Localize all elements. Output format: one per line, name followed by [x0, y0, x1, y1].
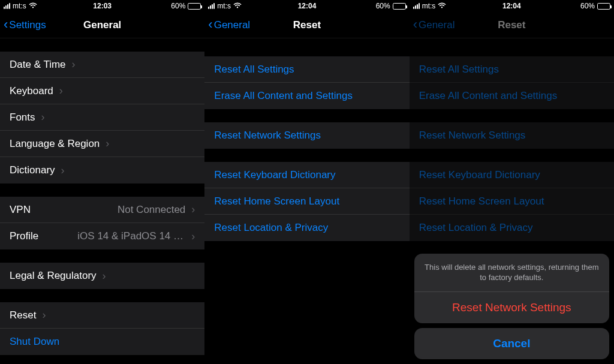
row-label: Fonts — [10, 112, 35, 124]
sheet-destructive-button[interactable]: Reset Network Settings — [414, 292, 609, 323]
row-label: Erase All Content and Settings — [419, 90, 558, 102]
row-label: VPN — [10, 204, 31, 216]
battery-icon — [597, 3, 610, 10]
row-value: Not Connected — [112, 204, 185, 216]
status-bar: mt:s 12:04 60% — [204, 0, 409, 12]
navbar: ‹ Settings General — [0, 12, 204, 38]
list-row[interactable]: Dictionary› — [0, 157, 204, 183]
battery-icon — [188, 3, 201, 10]
list-row[interactable]: Fonts› — [0, 104, 204, 131]
list-row[interactable]: Legal & Regulatory› — [0, 263, 204, 289]
list-row: Reset Home Screen Layout — [410, 188, 614, 215]
row-label: Legal & Regulatory — [10, 270, 97, 282]
carrier-label: mt:s — [217, 2, 231, 10]
chevron-right-icon: › — [106, 137, 109, 150]
row-label: Dictionary — [10, 164, 55, 176]
content-scroll[interactable]: Reset All SettingsErase All Content and … — [204, 38, 409, 364]
chevron-right-icon: › — [191, 230, 195, 243]
status-bar: mt:s 12:04 60% — [410, 0, 614, 12]
sheet-cancel-button[interactable]: Cancel — [414, 328, 609, 359]
row-label: Language & Region — [10, 138, 100, 150]
row-label: Reset Network Settings — [214, 130, 321, 142]
chevron-right-icon: › — [61, 164, 65, 177]
wifi-icon — [29, 2, 37, 10]
list-row[interactable]: Keyboard› — [0, 78, 204, 104]
row-label: Reset Location & Privacy — [419, 222, 533, 234]
navbar: ‹ General Reset — [410, 12, 614, 38]
screen-general: mt:s 12:03 60% ‹ Settings General Date &… — [0, 0, 204, 364]
settings-group: Reset Network Settings — [204, 122, 409, 149]
back-label: General — [419, 19, 455, 31]
content-scroll[interactable]: Date & Time›Keyboard›Fonts›Language & Re… — [0, 38, 204, 364]
battery-pct: 60% — [580, 2, 595, 10]
battery-pct: 60% — [171, 2, 185, 10]
row-label: Reset Keyboard Dictionary — [419, 169, 540, 181]
list-row[interactable]: Reset Home Screen Layout — [204, 188, 409, 215]
back-button[interactable]: ‹ General — [208, 19, 250, 32]
row-label: Date & Time — [10, 59, 66, 71]
row-label: Reset Home Screen Layout — [214, 195, 339, 207]
settings-group: Date & Time›Keyboard›Fonts›Language & Re… — [0, 52, 204, 183]
navbar: ‹ General Reset — [204, 12, 409, 38]
row-label: Erase All Content and Settings — [214, 90, 353, 102]
settings-group: Reset Keyboard DictionaryReset Home Scre… — [410, 162, 614, 241]
settings-group: VPNNot Connected›ProfileiOS 14 & iPadOS … — [0, 197, 204, 249]
list-row[interactable]: Reset› — [0, 302, 204, 329]
sheet-message: This will delete all network settings, r… — [414, 254, 609, 292]
battery-icon — [393, 3, 406, 10]
carrier-label: mt:s — [422, 2, 436, 10]
row-label: Reset Network Settings — [419, 130, 526, 142]
list-row[interactable]: Reset Location & Privacy — [204, 215, 409, 241]
list-row[interactable]: ProfileiOS 14 & iPadOS 14 Beta Softwar..… — [0, 223, 204, 249]
row-value: iOS 14 & iPadOS 14 Beta Softwar... — [71, 230, 185, 242]
settings-group: Legal & Regulatory› — [0, 263, 204, 289]
chevron-right-icon: › — [42, 309, 46, 321]
back-label: Settings — [9, 19, 46, 31]
list-row[interactable]: Erase All Content and Settings — [204, 83, 409, 109]
list-row[interactable]: Date & Time› — [0, 52, 204, 78]
list-row[interactable]: Reset All Settings — [204, 56, 409, 83]
status-bar: mt:s 12:03 60% — [0, 0, 204, 12]
back-label: General — [214, 19, 250, 31]
list-row: Reset Location & Privacy — [410, 215, 614, 241]
screen-reset: mt:s 12:04 60% ‹ General Reset Reset All… — [204, 0, 409, 364]
chevron-right-icon: › — [103, 270, 106, 282]
chevron-right-icon: › — [191, 203, 195, 216]
chevron-right-icon: › — [41, 111, 45, 124]
settings-group: Reset All SettingsErase All Content and … — [204, 56, 409, 109]
wifi-icon — [438, 2, 446, 10]
chevron-right-icon: › — [59, 85, 63, 97]
list-row[interactable]: Reset Network Settings — [204, 122, 409, 149]
row-label: Reset Location & Privacy — [214, 222, 328, 234]
battery-pct: 60% — [376, 2, 390, 10]
action-sheet-panel: This will delete all network settings, r… — [414, 254, 609, 323]
list-row[interactable]: Language & Region› — [0, 131, 204, 157]
signal-icon — [4, 3, 10, 9]
list-row: Reset Keyboard Dictionary — [410, 162, 614, 188]
wifi-icon — [233, 2, 242, 10]
row-label: Reset Home Screen Layout — [419, 195, 544, 207]
row-label: Shut Down — [10, 336, 59, 348]
row-label: Profile — [10, 230, 38, 242]
row-label: Reset Keyboard Dictionary — [214, 169, 335, 181]
list-row[interactable]: VPNNot Connected› — [0, 197, 204, 223]
list-row: Reset All Settings — [410, 56, 614, 83]
row-label: Reset — [10, 309, 36, 321]
carrier-label: mt:s — [13, 2, 26, 10]
back-button[interactable]: ‹ Settings — [4, 19, 46, 32]
chevron-left-icon: ‹ — [208, 18, 212, 31]
signal-icon — [208, 3, 215, 9]
settings-group: Reset Keyboard DictionaryReset Home Scre… — [204, 162, 409, 241]
back-button[interactable]: ‹ General — [413, 19, 455, 32]
settings-group: Reset Network Settings — [410, 122, 614, 149]
list-row[interactable]: Reset Keyboard Dictionary — [204, 162, 409, 188]
chevron-left-icon: ‹ — [4, 18, 8, 31]
list-row: Reset Network Settings — [410, 122, 614, 149]
row-label: Reset All Settings — [419, 64, 499, 76]
row-label: Keyboard — [10, 85, 53, 97]
action-sheet: This will delete all network settings, r… — [414, 254, 609, 359]
list-row[interactable]: Shut Down — [0, 329, 204, 355]
list-row: Erase All Content and Settings — [410, 83, 614, 109]
signal-icon — [413, 3, 420, 9]
screen-reset-confirm: mt:s 12:04 60% ‹ General Reset Reset All… — [410, 0, 614, 364]
